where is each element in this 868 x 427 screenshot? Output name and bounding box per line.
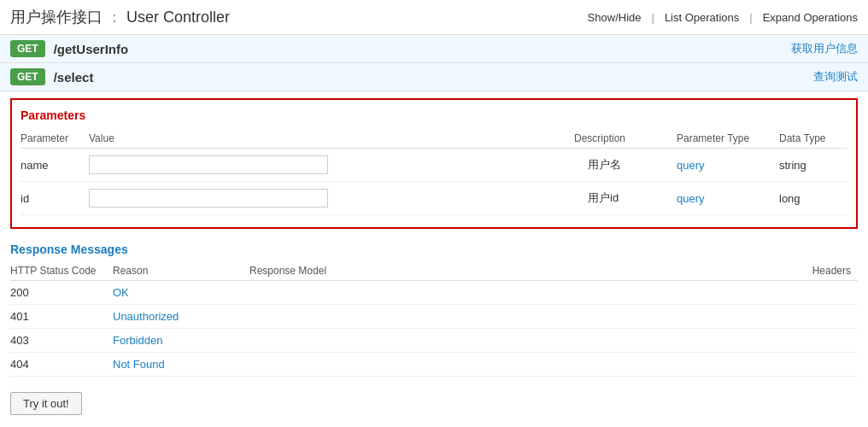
expand-operations-link[interactable]: Expand Operations xyxy=(763,11,858,24)
param-input-1[interactable] xyxy=(89,189,328,208)
model-0 xyxy=(249,281,506,305)
col-headers: Headers xyxy=(506,261,858,281)
get-row-left-select: GET /select xyxy=(10,68,93,85)
param-desc-0: 用户名 xyxy=(574,149,677,182)
status-code-2: 403 xyxy=(10,329,113,353)
param-type-0: query xyxy=(677,149,779,182)
param-dtype-0: string xyxy=(779,149,847,182)
headers-col-2 xyxy=(506,329,858,353)
response-row-2: 403 Forbidden xyxy=(10,329,858,353)
col-reason: Reason xyxy=(113,261,249,281)
title-en: User Controller xyxy=(126,9,230,26)
get-row-select: GET /select 查询测试 xyxy=(0,63,868,91)
divider-1: | xyxy=(651,11,654,24)
header-nav: Show/Hide | List Operations | Expand Ope… xyxy=(588,11,858,24)
model-1 xyxy=(249,305,506,329)
response-title: Response Messages xyxy=(10,243,858,256)
headers-col-3 xyxy=(506,353,858,377)
col-description: Description xyxy=(574,129,677,149)
page-header: 用户操作接口 ： User Controller Show/Hide | Lis… xyxy=(0,0,868,35)
watermark: http://blog.csdn.net/u014231523 xyxy=(0,424,868,427)
reason-2: Forbidden xyxy=(113,329,249,353)
parameters-section: Parameters Parameter Value Description P… xyxy=(10,98,858,229)
status-code-0: 200 xyxy=(10,281,113,305)
param-row-1: id 用户id query long xyxy=(21,182,847,215)
col-parameter: Parameter xyxy=(21,129,89,149)
response-row-1: 401 Unauthorized xyxy=(10,305,858,329)
param-name-0: name xyxy=(21,149,89,182)
model-2 xyxy=(249,329,506,353)
get-path-getuserinfo: /getUserInfo xyxy=(54,42,129,56)
param-value-1 xyxy=(89,182,574,215)
get-badge-getuserinfo: GET xyxy=(10,40,45,57)
status-code-3: 404 xyxy=(10,353,113,377)
col-http-status: HTTP Status Code xyxy=(10,261,113,281)
col-value: Value xyxy=(89,129,574,149)
col-parameter-type: Parameter Type xyxy=(677,129,779,149)
reason-0: OK xyxy=(113,281,249,305)
try-it-out-button[interactable]: Try it out! xyxy=(10,392,82,415)
divider-2: | xyxy=(749,11,752,24)
headers-col-1 xyxy=(506,305,858,329)
get-link-getuserinfo[interactable]: 获取用户信息 xyxy=(791,41,858,56)
get-link-select[interactable]: 查询测试 xyxy=(813,69,858,85)
param-value-0 xyxy=(89,149,574,182)
title-cn: 用户操作接口 xyxy=(10,9,103,26)
param-type-1: query xyxy=(677,182,779,215)
try-btn-section: Try it out! xyxy=(0,383,868,424)
get-path-select: /select xyxy=(54,70,94,85)
param-input-0[interactable] xyxy=(89,155,328,174)
param-name-1: id xyxy=(21,182,89,215)
status-code-1: 401 xyxy=(10,305,113,329)
col-response-model: Response Model xyxy=(249,261,506,281)
param-dtype-1: long xyxy=(779,182,847,215)
get-badge-select: GET xyxy=(10,68,45,85)
response-row-0: 200 OK xyxy=(10,281,858,305)
response-section: Response Messages HTTP Status Code Reaso… xyxy=(0,236,868,383)
param-row-0: name 用户名 query string xyxy=(21,149,847,182)
col-data-type: Data Type xyxy=(779,129,847,149)
title-separator: ： xyxy=(107,9,122,26)
param-desc-1: 用户id xyxy=(574,182,677,215)
get-row-left: GET /getUserInfo xyxy=(10,40,128,57)
list-operations-link[interactable]: List Operations xyxy=(665,11,739,24)
response-table: HTTP Status Code Reason Response Model H… xyxy=(10,261,858,377)
page-title: 用户操作接口 ： User Controller xyxy=(10,7,230,27)
model-3 xyxy=(249,353,506,377)
headers-col-0 xyxy=(506,281,858,305)
parameters-table: Parameter Value Description Parameter Ty… xyxy=(21,129,847,215)
parameters-title: Parameters xyxy=(21,108,847,122)
get-row-getuserinfo: GET /getUserInfo 获取用户信息 xyxy=(0,35,868,63)
reason-3: Not Found xyxy=(113,353,249,377)
response-row-3: 404 Not Found xyxy=(10,353,858,377)
reason-1: Unauthorized xyxy=(113,305,249,329)
show-hide-link[interactable]: Show/Hide xyxy=(588,11,642,24)
